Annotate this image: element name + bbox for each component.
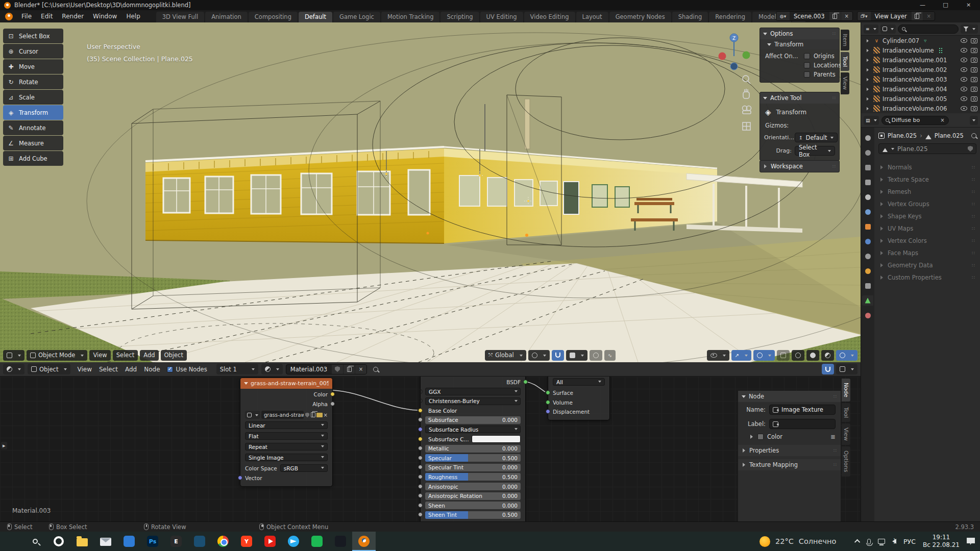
tool-tab[interactable] — [862, 133, 873, 143]
bsdf-property-row[interactable]: Specular 0.500 — [425, 454, 521, 462]
node-sidebar-tab[interactable]: Tool — [842, 403, 850, 422]
image-texture-node-header[interactable]: grass-and-straw-terrain_0057_02_S_e — [240, 378, 332, 389]
particles-tab[interactable] — [862, 251, 873, 261]
render-camera-icon[interactable] — [971, 48, 977, 53]
visibility-dropdown[interactable] — [707, 350, 729, 361]
steam[interactable] — [188, 532, 211, 551]
image-node-dropdown[interactable]: Single Image — [245, 454, 328, 461]
options-panel-header[interactable]: Options ∷ — [760, 28, 839, 39]
hide-eye-icon[interactable] — [961, 48, 967, 53]
output-input-socket[interactable] — [546, 400, 550, 405]
hide-eye-icon[interactable] — [961, 87, 967, 91]
hide-eye-icon[interactable] — [961, 96, 967, 101]
node-name-field[interactable]: Image Texture — [769, 405, 836, 415]
bsdf-input-socket[interactable] — [418, 465, 423, 469]
window-control-button[interactable]: × — [957, 0, 980, 10]
properties-search-input[interactable]: Diffuse bo× — [881, 116, 949, 125]
new-view-layer-button[interactable] — [912, 12, 923, 20]
bsdf-property-row[interactable]: Subsurface Radius — [425, 425, 521, 434]
tray-expand-icon[interactable] — [854, 539, 860, 545]
hide-eye-icon[interactable] — [961, 77, 967, 82]
bsdf-property-row[interactable]: Roughness 0.500 — [425, 473, 521, 481]
copy-material-button[interactable] — [344, 365, 355, 374]
mesh-datablock-field[interactable]: Plane.025 — [878, 143, 976, 154]
gizmos-toggle[interactable]: ↗ — [731, 350, 751, 361]
output-input-socket[interactable] — [546, 409, 550, 414]
properties-section-header[interactable]: Vertex Groups∷ — [861, 198, 980, 210]
bsdf-input-socket[interactable] — [418, 408, 423, 413]
tool-button[interactable]: ⊿ Scale — [3, 90, 63, 105]
snap-toggle[interactable] — [552, 350, 564, 361]
principled-bsdf-node[interactable]: BSDF GGX — [420, 377, 526, 521]
outliner-row[interactable]: IrradianceVolume.001 — [861, 55, 980, 65]
workspace-tab[interactable]: Animation — [205, 12, 248, 22]
bsdf-property-row[interactable]: Christensen-Burley — [425, 397, 521, 405]
navigation-gizmo[interactable]: Z — [714, 27, 756, 71]
color-space-dropdown[interactable]: sRGB — [280, 464, 328, 472]
bsdf-input-socket[interactable] — [418, 398, 423, 403]
breadcrumb-object-name[interactable]: Plane.025 — [888, 132, 917, 139]
properties-section-header[interactable]: Face Maps∷ — [861, 247, 980, 259]
network-icon[interactable] — [878, 539, 885, 544]
node-sidebar-tab[interactable]: Node — [842, 379, 850, 402]
bsdf-output-socket[interactable] — [523, 380, 528, 384]
telegram[interactable] — [282, 532, 305, 551]
image-node-dropdown[interactable]: Flat — [245, 432, 328, 440]
bsdf-input-socket[interactable] — [418, 503, 423, 508]
tool-button[interactable]: ⊞ Add Cube — [3, 151, 63, 166]
constraints-tab[interactable] — [862, 281, 873, 291]
taskbar-weather[interactable]: 22°C Солнечно — [760, 532, 836, 551]
bsdf-property-row[interactable]: Specular Tint 0.000 — [425, 463, 521, 471]
render-tab[interactable] — [862, 147, 873, 158]
outliner[interactable]: ≡ ∨ Cylinder.007 ▿ — [861, 22, 980, 113]
opera[interactable] — [47, 532, 70, 551]
color-presets-menu-icon[interactable]: ≣ — [830, 433, 836, 440]
yandex[interactable]: Y — [235, 532, 258, 551]
properties-editor[interactable]: ▤ Diffuse bo× — [861, 113, 980, 521]
material-output-node[interactable]: All Surface Volume — [548, 377, 610, 420]
clear-search-icon[interactable]: × — [940, 117, 944, 123]
folder[interactable] — [70, 532, 94, 551]
node-canvas[interactable]: grass-and-straw-terrain_0057_02_S_e Colo… — [0, 377, 861, 521]
workspace-tab[interactable]: Game Logic — [333, 12, 380, 22]
outliner-search-input[interactable] — [898, 24, 959, 34]
region-expand-arrow[interactable]: ▸ — [1, 442, 7, 449]
viewport-3d[interactable]: User Perspective (35) Scene Collection |… — [0, 22, 861, 362]
mode-dropdown[interactable]: Object Mode — [27, 350, 87, 361]
blender[interactable] — [352, 532, 376, 551]
window-control-button[interactable]: □ — [934, 0, 957, 10]
overlays-toggle[interactable] — [753, 350, 775, 361]
render-camera-icon[interactable] — [971, 96, 977, 102]
physics-tab[interactable] — [862, 266, 873, 276]
scene-icon[interactable]: ◍▾ — [776, 12, 790, 20]
outliner-row[interactable]: IrradianceVolume — [861, 45, 980, 55]
image-copy-button[interactable] — [311, 412, 315, 417]
properties-section-header[interactable]: Texture Space∷ — [861, 173, 980, 186]
bsdf-input-socket[interactable] — [418, 493, 423, 498]
hide-eye-icon[interactable] — [961, 106, 967, 111]
windows-start[interactable] — [0, 532, 23, 551]
image-texture-node[interactable]: grass-and-straw-terrain_0057_02_S_e Colo… — [240, 378, 333, 487]
hide-eye-icon[interactable] — [961, 58, 967, 62]
tool-button[interactable]: ◈ Transform — [3, 105, 63, 120]
viewport-menu[interactable]: Select — [113, 350, 138, 361]
render-camera-icon[interactable] — [971, 87, 977, 92]
workspace-tab[interactable]: Shading — [672, 12, 708, 22]
properties-section-header[interactable]: Shape Keys∷ — [861, 210, 980, 222]
scene-selector[interactable]: ◍▾ Scene.003 × — [776, 11, 853, 21]
youtube[interactable] — [258, 532, 282, 551]
volume-icon[interactable] — [892, 539, 896, 544]
bsdf-property-row[interactable]: Sheen 0.000 — [425, 502, 521, 510]
properties-section-header[interactable]: Normals∷ — [861, 161, 980, 173]
delete-scene-button[interactable]: × — [841, 12, 852, 20]
menu-item[interactable]: Help — [121, 11, 144, 21]
material-browse-button[interactable] — [261, 364, 283, 374]
bsdf-property-row[interactable]: Anisotropic Rotation 0.000 — [425, 492, 521, 500]
bsdf-property-row[interactable]: Base Color — [425, 407, 521, 415]
sidebar-tab[interactable]: Tool — [841, 52, 849, 71]
viewport-scene[interactable] — [0, 22, 861, 362]
hide-eye-icon[interactable] — [961, 38, 967, 43]
photoshop[interactable]: Ps — [141, 532, 164, 551]
bsdf-input-socket[interactable] — [418, 456, 423, 460]
shading-solid-button[interactable] — [806, 350, 819, 361]
